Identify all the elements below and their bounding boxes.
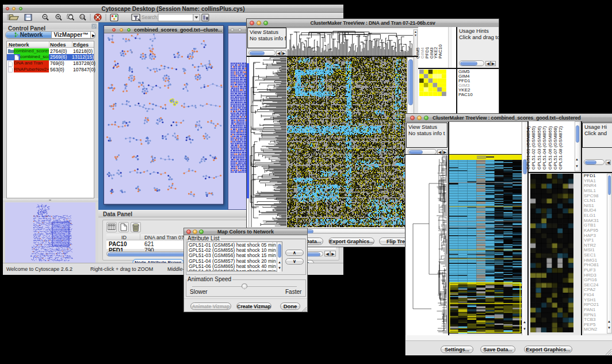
svg-text:1:1: 1:1 — [81, 16, 85, 18]
svg-text:Search:: Search: — [141, 14, 158, 20]
